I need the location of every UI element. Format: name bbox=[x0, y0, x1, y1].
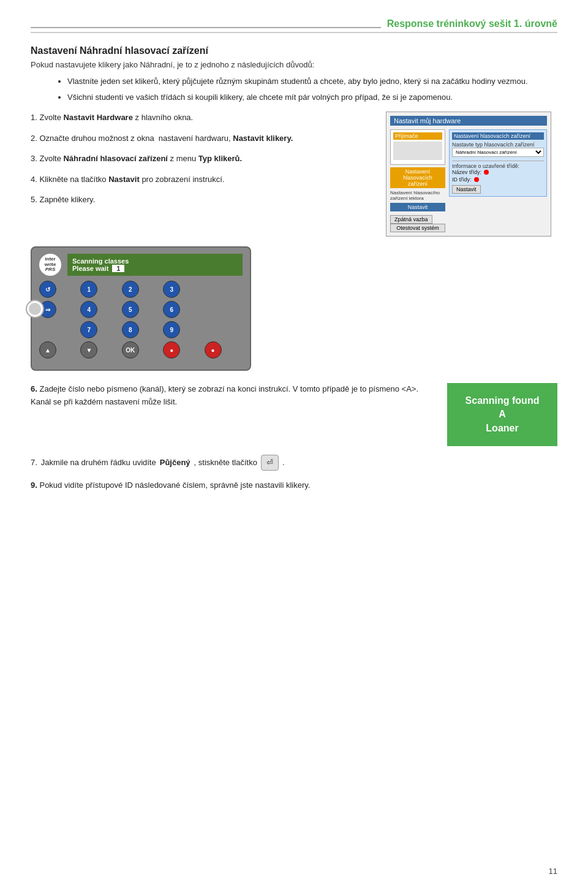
step-7-bold: Půjčený bbox=[160, 457, 190, 469]
step-7-period: . bbox=[282, 457, 285, 469]
step-7-after: , stiskněte tlačítko bbox=[194, 457, 257, 469]
step-7-before: Jakmile na druhém řádku uvidíte bbox=[41, 457, 156, 469]
step-1-bold: Nastavit Hardware bbox=[63, 113, 132, 122]
hw-dialog-box: Nastavit můj hardware Přijímače Nastaven… bbox=[386, 112, 551, 237]
clicker-screen-wait: Please wait bbox=[72, 265, 108, 272]
hw-left-col: Přijímače Nastavení hlasovacích zařízení… bbox=[390, 129, 445, 232]
scanning-line3: Loaner bbox=[457, 422, 548, 435]
steps-column: 1. Zvolte Nastavit Hardware z hlavního o… bbox=[31, 112, 374, 237]
clicker-btn-empty2 bbox=[205, 301, 222, 318]
clicker-btn-reset[interactable]: ↺ bbox=[39, 281, 56, 298]
hw-class-name-row: Název třídy: bbox=[452, 169, 544, 175]
step-4-bold: Nastavit bbox=[108, 175, 140, 184]
clicker-logo: interwritePRS bbox=[39, 254, 61, 276]
hw-class-id-row: ID třídy: bbox=[452, 176, 544, 183]
step-4: 4. Klikněte na tlačítko Nastavit pro zob… bbox=[31, 173, 374, 186]
clicker-image-wrapper: interwritePRS Scanning classes Please wa… bbox=[31, 246, 263, 371]
header: Response tréninkový sešit 1. úrovně bbox=[31, 18, 557, 33]
clicker-btn-ok[interactable]: OK bbox=[122, 341, 139, 359]
step-6-content: Zadejte číslo nebo písmeno (kanál), kter… bbox=[31, 384, 418, 406]
hw-receivers-panel: Přijímače bbox=[390, 129, 445, 165]
step-7-row: 7. Jakmile na druhém řádku uvidíte Půjče… bbox=[31, 455, 557, 471]
hw-right-col: Nastavení hlasovacích zařízení Nastavte … bbox=[449, 129, 547, 232]
hw-divider bbox=[452, 161, 544, 161]
clicker-btn-7[interactable]: 7 bbox=[80, 321, 97, 338]
clicker-btn-6[interactable]: 6 bbox=[163, 301, 180, 318]
clicker-btn-down[interactable]: ▼ bbox=[80, 341, 97, 359]
hw-back-btn[interactable]: Zpátná vazba bbox=[390, 215, 432, 224]
step-1: 1. Zvolte Nastavit Hardware z hlavního o… bbox=[31, 112, 374, 124]
hw-type-label: Nastavte typ hlasovacích zařízení bbox=[452, 142, 544, 148]
enter-button[interactable]: ⏎ bbox=[261, 455, 279, 471]
hw-nastavit-btn[interactable]: Nastavit bbox=[390, 203, 445, 211]
hw-loaner-label: Nastavení hlasovacího zařízení lektora bbox=[390, 190, 445, 201]
hw-nastavit-area: Nastavit bbox=[452, 185, 544, 194]
clicker-btn-empty3 bbox=[39, 321, 56, 338]
clicker-btn-empty1 bbox=[205, 281, 222, 298]
hw-class-name-label: Název třídy: bbox=[452, 169, 481, 175]
clicker-btn-empty4 bbox=[205, 321, 222, 338]
bullet-list: Vlastníte jeden set klikerů, který půjču… bbox=[67, 75, 557, 103]
header-title: Response tréninkový sešit 1. úrovně bbox=[387, 18, 557, 29]
step-5-num: 5. bbox=[31, 195, 37, 204]
section-title: Nastavení Náhradní hlasovací zařízení bbox=[31, 45, 557, 56]
clicker-btn-2[interactable]: 2 bbox=[122, 281, 139, 298]
hw-type-select[interactable]: Náhradní hlasovací zařízení bbox=[452, 148, 544, 157]
bullet-item-1: Vlastníte jeden set klikerů, který půjču… bbox=[67, 75, 557, 88]
clicker-btn-up[interactable]: ▲ bbox=[39, 341, 56, 359]
clicker-btn-1[interactable]: 1 bbox=[80, 281, 97, 298]
step-9: 9. Pokud vidíte přístupové ID následovan… bbox=[31, 479, 557, 491]
scanning-line1: Scanning found bbox=[457, 394, 548, 408]
step-9-text: Pokud vidíte přístupové ID následované č… bbox=[39, 480, 310, 490]
step-2-bold: Nastavit klikery. bbox=[233, 134, 293, 143]
hw-red-dot-name bbox=[484, 170, 489, 175]
page-number: 11 bbox=[549, 867, 557, 876]
clicker-btn-4[interactable]: 4 bbox=[80, 301, 97, 318]
clicker-btn-5[interactable]: 5 bbox=[122, 301, 139, 318]
hw-class-id-label: ID třídy: bbox=[452, 176, 472, 183]
scanning-line2: A bbox=[457, 408, 548, 421]
hw-settings-panel: Nastavení hlasovacích zařízení Nastavte … bbox=[449, 129, 547, 197]
clicker-btn-red2[interactable]: ● bbox=[205, 341, 222, 359]
hw-setup-clickers-btn[interactable]: Nastavení hlasovacích zařízení bbox=[390, 167, 445, 188]
step-5: 5. Zapněte klikery. bbox=[31, 194, 374, 206]
hw-test-btn[interactable]: Otestovat systém bbox=[390, 224, 445, 232]
clicker-screen-line2: Please wait 1 bbox=[72, 265, 238, 272]
clicker-screen: Scanning classes Please wait 1 bbox=[67, 254, 243, 276]
clicker-btn-red1[interactable]: ● bbox=[163, 341, 180, 359]
section-subtitle: Pokud nastavujete klikery jako Náhradní,… bbox=[31, 60, 557, 69]
clicker-channel-display: 1 bbox=[112, 265, 124, 272]
clicker-btn-9[interactable]: 9 bbox=[163, 321, 180, 338]
hardware-dialog: Nastavit můj hardware Přijímače Nastaven… bbox=[386, 112, 557, 237]
clicker-btn-8[interactable]: 8 bbox=[122, 321, 139, 338]
clicker-logo-text: interwritePRS bbox=[45, 257, 56, 273]
hw-dialog-title: Nastavit můj hardware bbox=[390, 116, 547, 126]
step-1-num: 1. bbox=[31, 113, 37, 122]
step-7-num: 7. bbox=[31, 457, 37, 469]
content-with-image: 1. Zvolte Nastavit Hardware z hlavního o… bbox=[31, 112, 557, 237]
hw-settings-title: Nastavení hlasovacích zařízení bbox=[452, 132, 544, 140]
clicker-btn-3[interactable]: 3 bbox=[163, 281, 180, 298]
clicker-top: interwritePRS Scanning classes Please wa… bbox=[39, 254, 243, 276]
step-3-bold: Náhradní hlasovací zařízení bbox=[63, 154, 168, 163]
hw-receiver-icon bbox=[393, 142, 442, 160]
step-3-num: 3. bbox=[31, 154, 37, 163]
clicker-channel-inner bbox=[29, 303, 41, 315]
step-6-num: 6. bbox=[31, 384, 37, 393]
hw-receivers-title: Přijímače bbox=[393, 132, 442, 140]
clicker-buttons-grid: ↺ 1 2 3 ⇒ 4 5 6 7 8 9 ▲ ▼ OK bbox=[39, 281, 243, 359]
scanning-found-box: Scanning found A Loaner bbox=[447, 383, 557, 446]
step-9-num: 9. bbox=[31, 480, 37, 490]
hw-nastavit-right-btn[interactable]: Nastavit bbox=[452, 185, 481, 194]
hw-red-dot-id bbox=[474, 177, 479, 182]
step-2: 2. Označte druhou možnost z okna nastave… bbox=[31, 132, 374, 145]
bullet-item-2: Všichni studenti ve vašich třídách si ko… bbox=[67, 91, 557, 104]
header-line bbox=[31, 27, 381, 28]
step-3: 3. Zvolte Náhradní hlasovací zařízení z … bbox=[31, 153, 374, 165]
step-6-text: 6. Zadejte číslo nebo písmeno (kanál), k… bbox=[31, 383, 435, 409]
clicker-screen-line1: Scanning classes bbox=[72, 257, 238, 265]
clicker-channel-button[interactable] bbox=[26, 300, 44, 318]
step-2-num: 2. bbox=[31, 134, 37, 143]
page-wrapper: Response tréninkový sešit 1. úrovně Nast… bbox=[0, 0, 588, 888]
hw-dialog-body: Přijímače Nastavení hlasovacích zařízení… bbox=[390, 129, 547, 232]
